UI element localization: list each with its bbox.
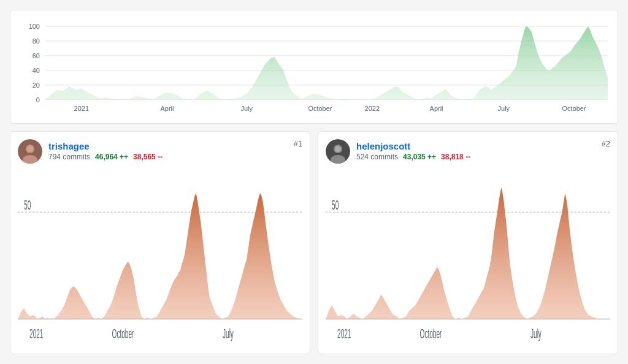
svg-point-15 (335, 146, 341, 152)
contributor-card-2: helenjoscott 524 commits 43,035 ++ 38,81… (318, 131, 618, 354)
x-label-april-2: April (430, 105, 443, 112)
top-chart-card: 100 80 60 40 20 0 2021 April July Octobe… (10, 10, 618, 124)
x-label-c2-2021: 2021 (337, 325, 351, 341)
x-label-c1-oct: October (112, 325, 134, 341)
svg-point-9 (27, 146, 33, 152)
contributor-header-2: helenjoscott 524 commits 43,035 ++ 38,81… (326, 139, 610, 164)
x-label-october-2: October (562, 105, 586, 112)
contributor-name-2[interactable]: helenjoscott (356, 141, 470, 151)
x-label-april-1: April (161, 105, 174, 112)
y-label-20: 20 (33, 82, 40, 89)
x-label-2021: 2021 (74, 105, 89, 112)
avatar-trishagee (18, 139, 42, 164)
contributor-stats-1: 794 commits 46,964 ++ 38,565 -- (48, 153, 163, 161)
x-label-c1-july: July (223, 325, 234, 341)
x-label-july-2: July (498, 105, 510, 112)
x-label-c2-july: July (530, 325, 542, 341)
y-label-0: 0 (36, 96, 40, 104)
y-label-80: 80 (33, 37, 40, 45)
deletions-2: 38,818 -- (441, 153, 470, 161)
contributor-name-1[interactable]: trishagee (48, 141, 163, 151)
contributor-info-2: helenjoscott 524 commits 43,035 ++ 38,81… (356, 141, 470, 161)
y-label-60: 60 (33, 52, 40, 59)
rank-badge-2: #2 (602, 139, 610, 148)
x-label-c2-oct: October (420, 325, 442, 341)
top-area-path (45, 26, 608, 100)
x-label-july-1: July (240, 105, 253, 112)
contributor-header-1: trishagee 794 commits 46,964 ++ 38,565 -… (18, 139, 302, 164)
deletions-1: 38,565 -- (133, 153, 163, 161)
commits-count-2: 524 commits (356, 153, 398, 161)
y-label-40: 40 (33, 67, 40, 74)
additions-2: 43,035 ++ (403, 153, 436, 161)
rank-badge-1: #1 (294, 139, 302, 148)
top-chart-svg: 100 80 60 40 20 0 2021 April July Octobe… (20, 20, 608, 118)
contributor-card-1: trishagee 794 commits 46,964 ++ 38,565 -… (10, 131, 310, 354)
y-label-100: 100 (29, 23, 40, 30)
additions-1: 46,964 ++ (95, 153, 128, 161)
contributor-stats-2: 524 commits 43,035 ++ 38,818 -- (356, 153, 470, 161)
ref-label-50-2: 50 (332, 197, 339, 213)
main-container: 100 80 60 40 20 0 2021 April July Octobe… (0, 0, 628, 364)
contributor-info-1: trishagee 794 commits 46,964 ++ 38,565 -… (48, 141, 163, 161)
contributor-chart-2: 50 2021 October July (326, 169, 610, 346)
x-label-october-1: October (308, 105, 332, 112)
commits-count-1: 794 commits (48, 153, 90, 161)
ref-label-50-1: 50 (24, 197, 31, 213)
bottom-row: trishagee 794 commits 46,964 ++ 38,565 -… (10, 131, 618, 354)
avatar-helenjoscott (326, 139, 350, 164)
contributor-chart-1: 50 2021 October July (18, 169, 302, 346)
x-label-2022: 2022 (365, 105, 380, 112)
x-label-c1-2021: 2021 (29, 325, 43, 341)
